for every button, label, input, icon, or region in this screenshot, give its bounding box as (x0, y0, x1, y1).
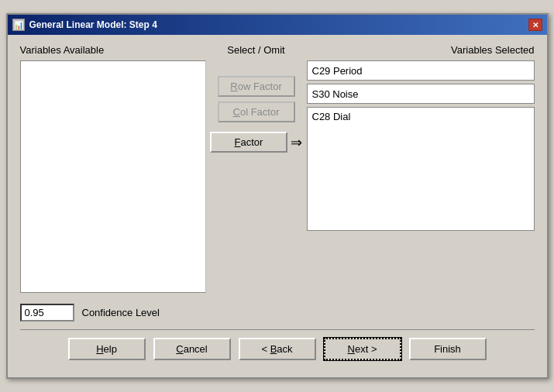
cancel-button[interactable]: Cancel (153, 338, 231, 360)
col-factor-button[interactable]: Col Factor (218, 101, 295, 122)
section-headers: Variables Available Select / Omit Variab… (20, 44, 535, 56)
selected-variable-label-1: S30 Noise (312, 88, 359, 100)
title-bar-left: 📊 General Linear Model: Step 4 (12, 19, 157, 31)
close-button[interactable]: ✕ (528, 19, 542, 31)
selected-variable-row-1[interactable]: S30 Noise (307, 84, 535, 104)
row-factor-label: Row Factor (230, 81, 281, 92)
header-variables-selected: Variables Selected (307, 44, 535, 56)
window-content: Variables Available Select / Omit Variab… (8, 35, 547, 377)
finish-label: Finish (434, 343, 461, 355)
confidence-level-label: Confidence Level (82, 307, 160, 318)
arrow-icon: ⇒ (291, 134, 302, 151)
selected-variable-row-0[interactable]: C29 Period (307, 60, 535, 81)
title-bar: 📊 General Linear Model: Step 4 ✕ (8, 15, 547, 35)
next-label: Next > (348, 343, 377, 355)
bottom-buttons: Help Cancel < Back Next > Finish (20, 338, 535, 368)
confidence-level-input[interactable] (20, 304, 74, 322)
divider (20, 329, 535, 330)
variables-selected-section: C29 Period S30 Noise C28 Dial (307, 60, 535, 231)
variables-available-list[interactable] (20, 60, 206, 293)
col-factor-label: Col Factor (233, 106, 280, 118)
header-select-omit: Select / Omit (206, 44, 307, 56)
main-window: 📊 General Linear Model: Step 4 ✕ Variabl… (6, 13, 549, 379)
factor-button[interactable]: Factor (210, 132, 287, 153)
help-label: Help (96, 343, 117, 355)
window-title: General Linear Model: Step 4 (29, 19, 157, 30)
header-variables-available: Variables Available (20, 44, 206, 56)
arrow-section: Factor ⇒ (210, 132, 302, 153)
finish-button[interactable]: Finish (409, 338, 487, 360)
cancel-label: Cancel (176, 343, 207, 355)
back-label: < Back (261, 343, 292, 355)
confidence-row: Confidence Level (20, 304, 535, 322)
selected-variable-label-2: C28 Dial (312, 111, 351, 122)
selected-variable-row-2[interactable]: C28 Dial (307, 107, 535, 231)
help-button[interactable]: Help (68, 338, 146, 360)
selected-variable-label-0: C29 Period (312, 65, 363, 77)
window-icon: 📊 (12, 19, 25, 31)
back-button[interactable]: < Back (239, 338, 316, 360)
next-button[interactable]: Next > (324, 338, 401, 360)
factor-label: Factor (235, 136, 263, 148)
row-factor-button[interactable]: Row Factor (218, 76, 295, 97)
main-area: Row Factor Col Factor Factor ⇒ C29 Perio… (20, 60, 535, 293)
middle-section: Row Factor Col Factor Factor ⇒ (206, 60, 307, 153)
